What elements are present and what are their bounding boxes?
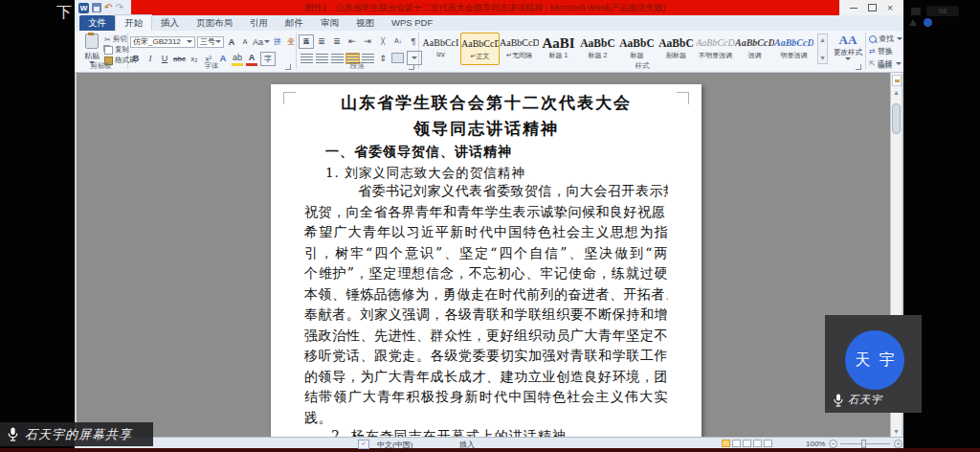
view-buttons [722, 440, 772, 447]
grow-font-button[interactable]: A [226, 35, 237, 48]
style-item[interactable]: AaBbCcDx ↵无间隔 [500, 33, 539, 65]
ribbon-tab-row: 文件 开始 插入 页面布局 引用 邮件 审阅 视图 WPS PDF [75, 15, 903, 31]
zoom-out-button[interactable]: − [829, 440, 837, 448]
doc-subheading: 1. 刘家义同志致大会的贺信精神 [325, 165, 525, 182]
fullscreen-view-icon[interactable] [732, 440, 741, 447]
document-page[interactable]: 山东省学生联合会第十二次代表大会 领导同志讲话精神 一、省委领导贺信、讲话精神 … [271, 84, 702, 437]
zoom-level[interactable]: 100% [806, 440, 825, 448]
microphone-icon [833, 394, 844, 407]
styles-gallery: AaBbCcI lzy AaBbCcDc ↵正文 AaBbCcDx ↵无间隔 [421, 33, 813, 65]
char-outline-button[interactable]: 变 [285, 35, 297, 48]
status-insert-mode[interactable]: 插入 [459, 440, 475, 450]
status-bar: ✓ 中文(中国) 插入 100% − + [75, 437, 903, 448]
doc-title-line: 领导同志讲话精神 [304, 118, 668, 140]
style-item[interactable]: AaBbC 标题 2 [578, 33, 617, 65]
paragraph-dialog-launcher-icon[interactable] [409, 64, 414, 70]
scroll-down-icon[interactable]: ▼ [817, 55, 828, 61]
floating-app-dot[interactable] [924, 18, 932, 27]
ribbon-tab[interactable]: 开始 [115, 14, 152, 31]
redo-icon[interactable]: ↷ [115, 3, 122, 12]
ruler-toggle-icon[interactable] [892, 75, 902, 86]
scroll-up-icon[interactable]: ▲ [891, 89, 902, 96]
style-item[interactable]: AaBbCcD 强调 [735, 33, 774, 65]
maximize-button[interactable] [868, 4, 877, 11]
style-item[interactable]: AaBbCcDc ↵正文 [460, 33, 500, 65]
doc-body-line: 个维护”，坚定理想信念，不忘初心、牢记使命，练就过硬 [304, 263, 668, 284]
font-name-combobox[interactable]: 仿宋_GB2312 [130, 36, 195, 48]
zoom-in-button[interactable]: + [894, 440, 902, 448]
screen-share-stage: 下 98 W ↶ ↷ 附件1：山东省学生联合会第十二次代表大会领导同志讲话精神 … [0, 0, 980, 452]
styles-group-label: 样式 [419, 61, 865, 71]
find-button[interactable]: 查找 [869, 34, 902, 44]
paragraph-group-label: 段落 [297, 61, 418, 71]
show-marks-button[interactable]: ¶ [408, 34, 419, 47]
close-button[interactable]: × [887, 3, 893, 13]
ribbon-tab[interactable]: WPS PDF [383, 15, 441, 31]
ribbon-tab[interactable]: 引用 [241, 15, 277, 31]
word-logo-icon[interactable]: W [78, 3, 89, 13]
font-group-label: 字体 [128, 61, 295, 71]
doc-body-line: 强政治性、先进性、群众性，更好组织动员广大青年坚定不 [304, 326, 668, 347]
doc-body-line: 祝贺，向全省各界青年和青年学生表示诚挚问候和良好祝愿， [304, 202, 668, 223]
undo-icon[interactable]: ↶ [104, 3, 112, 12]
scroll-up-icon[interactable]: ▲ [817, 36, 828, 43]
increase-indent-button[interactable]: ⇥ [362, 34, 373, 47]
signal-icon [911, 8, 921, 15]
doc-body-line: 奉献者。刘家义强调，各级青联和学联组织要不断保持和增 [304, 305, 668, 326]
search-icon [869, 35, 877, 43]
caption-char: 下 [56, 3, 72, 23]
asian-layout-button[interactable]: ╳ [377, 34, 389, 47]
chevron-down-icon [412, 56, 417, 59]
style-item[interactable]: AaBbC 副标题 [657, 33, 696, 65]
font-size-combobox[interactable]: 三号 [197, 36, 224, 48]
styles-gallery-scrollbar[interactable]: ▲ ▼ [817, 34, 828, 64]
zoom-slider-thumb[interactable] [861, 440, 866, 448]
editing-group-label: 编辑 [866, 61, 903, 71]
window-title: 附件1：山东省学生联合会第十二次代表大会领导同志讲话精神 - Microsoft… [131, 0, 839, 15]
microphone-icon [7, 427, 19, 441]
style-item[interactable]: AaBbCcI lzy [421, 33, 460, 65]
print-layout-view-icon[interactable] [722, 440, 730, 447]
style-item[interactable]: AaBbCcD 不明显强调 [696, 33, 735, 65]
numbering-button[interactable]: ≣ [316, 34, 327, 47]
save-icon[interactable] [92, 3, 101, 12]
participant-video-tile[interactable]: 天宇 石天宇 [825, 315, 922, 413]
ribbon-tab[interactable]: 审阅 [312, 15, 347, 31]
shrink-font-button[interactable]: A [239, 35, 251, 48]
styles-dialog-launcher-icon[interactable] [856, 64, 861, 70]
chevron-down-icon [897, 37, 902, 40]
doc-body-line: 结带领广大青年积极投身新时代中国特色社会主义伟大实 [304, 387, 668, 408]
scrollbar-thumb[interactable] [892, 103, 901, 134]
style-item[interactable]: AaBI 标题 1 [539, 33, 578, 65]
style-item[interactable]: AaBbC 标题 [617, 33, 657, 65]
font-dialog-launcher-icon[interactable] [285, 64, 291, 70]
margin-crop-mark [283, 92, 296, 104]
ribbon-tab[interactable]: 页面布局 [188, 15, 241, 31]
ribbon-tab[interactable]: 邮件 [277, 15, 312, 31]
draft-view-icon[interactable] [764, 440, 772, 447]
spellcheck-icon[interactable]: ✓ [358, 440, 369, 449]
style-item[interactable]: AaBbCcD 明显强调 [774, 33, 813, 65]
multilevel-list-button[interactable]: ≣ [331, 34, 343, 47]
document-canvas[interactable]: 山东省学生联合会第十二次代表大会 领导同志讲话精神 一、省委领导贺信、讲话精神 … [77, 73, 890, 437]
outline-view-icon[interactable] [753, 440, 762, 447]
web-layout-view-icon[interactable] [743, 440, 751, 447]
doc-body-line: 本领、锤炼品德修为，勇做走在时代前列的奋进者、开拓者、 [304, 284, 668, 305]
clipboard-group-label: 剪贴板 [75, 61, 127, 71]
scissors-icon: ✂ [104, 35, 111, 44]
chevron-down-icon [215, 40, 221, 43]
doc-body-line: 践。 [304, 408, 668, 429]
decrease-indent-button[interactable]: ⇤ [346, 34, 358, 47]
ribbon-tab[interactable]: 文件 [79, 15, 115, 31]
ruby-guide-button[interactable]: 拼 [272, 35, 283, 48]
replace-button[interactable]: ⇄替换 [869, 46, 902, 56]
status-language[interactable]: 中文(中国) [377, 440, 412, 450]
ribbon-tab[interactable]: 视图 [347, 15, 383, 31]
change-case-button[interactable]: Aa [253, 35, 270, 48]
sort-button[interactable]: A↓ [392, 34, 404, 47]
minimize-button[interactable] [850, 8, 858, 9]
bullets-button[interactable]: ≣ [301, 34, 312, 47]
chevron-down-icon [845, 57, 851, 60]
ribbon-tab[interactable]: 插入 [152, 15, 188, 31]
scroll-down-icon[interactable]: ▼ [891, 428, 902, 435]
